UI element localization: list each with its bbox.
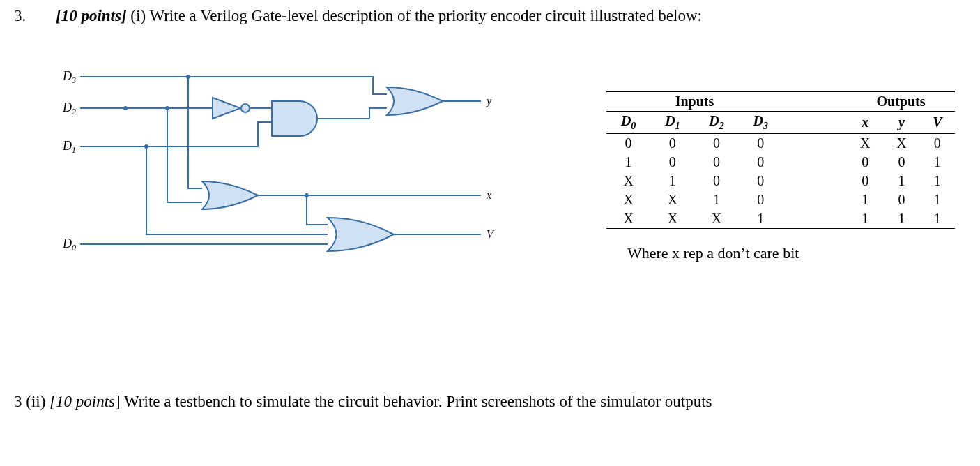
- table-row: X X X 1 1 1 1: [606, 209, 955, 229]
- label-out-v: V: [487, 228, 495, 240]
- dont-care-note: Where x rep a don’t care bit: [627, 244, 799, 262]
- label-d0: D0: [63, 236, 76, 253]
- label-d3: D3: [63, 70, 76, 85]
- points-label: [10 points]: [56, 7, 127, 24]
- table-row: X 1 0 0 0 1 1: [606, 172, 955, 190]
- wire-d3-to-or-y: [188, 77, 387, 94]
- bracket-close: ]: [115, 393, 121, 410]
- wire-d1-to-and: [146, 122, 272, 146]
- truth-table-block: Inputs Outputs D0 D1 D2 D3 x y V 0 0 0 0: [606, 91, 955, 229]
- label-out-y: y: [485, 95, 492, 107]
- or-gate-x: [202, 181, 258, 209]
- svg-point-0: [241, 104, 250, 112]
- or-gate-v: [328, 218, 394, 251]
- label-d2: D2: [63, 100, 76, 116]
- table-section-header: Inputs Outputs: [606, 91, 955, 112]
- question-3i-content: [10 points] (i) Write a Verilog Gate-lev…: [56, 7, 702, 25]
- col-y: y: [883, 112, 919, 134]
- table-row: 1 0 0 0 0 0 1: [606, 153, 955, 172]
- col-d3: D3: [739, 112, 783, 134]
- circuit-diagram: D3 D2 D1 D0: [63, 70, 509, 265]
- question-3ii-line: 3 (ii) [10 points] Write a testbench to …: [14, 391, 952, 412]
- col-d2: D2: [694, 112, 738, 134]
- question-3i-line: 3. [10 points] (i) Write a Verilog Gate-…: [14, 7, 966, 25]
- question-number: 3.: [14, 7, 35, 25]
- question-3ii-text: Write a testbench to simulate the circui…: [124, 393, 712, 410]
- question-3ii-prefix: 3 (ii): [14, 393, 45, 410]
- header-inputs: Inputs: [606, 91, 783, 112]
- label-out-x: x: [486, 189, 491, 201]
- col-d0: D0: [606, 112, 650, 134]
- header-outputs: Outputs: [847, 91, 955, 112]
- col-v: V: [920, 112, 955, 134]
- wire-and-to-or-y: [369, 108, 387, 119]
- question-3i-text: Write a Verilog Gate-level description o…: [149, 7, 702, 24]
- table-row: 0 0 0 0 X X 0: [606, 134, 955, 153]
- or-gate-y: [387, 87, 443, 115]
- wire-d3-down: [188, 77, 202, 188]
- label-d1: D1: [63, 139, 76, 155]
- col-gap: [783, 112, 847, 134]
- page: 3. [10 points] (i) Write a Verilog Gate-…: [0, 0, 980, 466]
- circuit-svg: D3 D2 D1 D0: [63, 70, 509, 265]
- table-row: X X 1 0 1 0 1: [606, 190, 955, 209]
- table-column-header: D0 D1 D2 D3 x y V: [606, 112, 955, 134]
- col-x: x: [847, 112, 883, 134]
- junction: [123, 106, 128, 110]
- points-label-3ii: [10 points: [49, 393, 115, 410]
- and-gate: [272, 101, 317, 136]
- truth-table: Inputs Outputs D0 D1 D2 D3 x y V 0 0 0 0: [606, 91, 955, 229]
- sub-part-label: (i): [130, 7, 146, 24]
- col-d1: D1: [650, 112, 694, 134]
- not-gate: [213, 98, 250, 119]
- header-gap: [783, 91, 847, 112]
- wire-x-to-V: [307, 195, 328, 225]
